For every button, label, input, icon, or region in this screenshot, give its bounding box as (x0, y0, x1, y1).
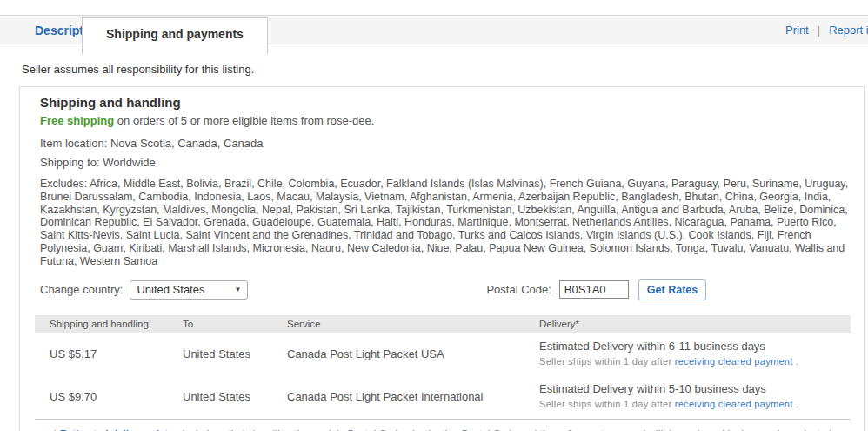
shipping-panel: Shipping and handling Free shipping on o… (19, 86, 865, 431)
tab-shipping-and-payments[interactable]: Shipping and payments (82, 17, 268, 54)
shipping-cost: US $9.70 (50, 382, 183, 409)
free-shipping-label: Free shipping (40, 114, 114, 127)
cleared-payment-link[interactable]: receiving cleared payment (675, 356, 793, 367)
shipping-table: Shipping and handling To Service Deliver… (35, 315, 851, 420)
footnote-asterisk: * (53, 428, 60, 431)
print-link[interactable]: Print (785, 24, 809, 37)
delivery-cell: Estimated Delivery within 5-10 business … (539, 382, 851, 409)
chevron-down-icon: ▼ (234, 286, 241, 293)
free-shipping-line: Free shipping on orders of 5 or more eli… (40, 114, 864, 127)
service-name: Canada Post Light Packet USA (287, 340, 539, 367)
delivery-estimate: Estimated Delivery within 5-10 business … (539, 382, 851, 395)
estimated-delivery-dates-link[interactable]: Estimated delivery dates (60, 428, 179, 431)
seller-ships-note: Seller ships within 1 day after receivin… (539, 356, 851, 367)
change-country-label: Change country: (40, 283, 123, 296)
report-item-link[interactable]: Report it (829, 24, 868, 37)
service-name: Canada Post Light Packet International (287, 382, 539, 409)
cleared-payment-link[interactable]: receiving cleared payment (675, 399, 793, 409)
delivery-footnote: * Estimated delivery dates include selle… (53, 420, 840, 431)
link-separator: | (818, 24, 820, 37)
get-rates-button[interactable]: Get Rates (638, 279, 706, 300)
col-delivery: Delivery* (539, 319, 851, 329)
item-location: Item location: Nova Scotia, Canada, Cana… (40, 137, 864, 150)
col-service: Service (287, 319, 539, 329)
table-row: US $5.17 United States Canada Post Light… (35, 333, 851, 376)
seller-ships-note: Seller ships within 1 day after receivin… (539, 399, 851, 409)
postal-code-input[interactable] (559, 280, 629, 299)
free-shipping-text: on orders of 5 or more eligible items fr… (114, 114, 374, 127)
delivery-estimate: Estimated Delivery within 6-11 business … (539, 340, 851, 353)
excludes-list: Excludes: Africa, Middle East, Bolivia, … (40, 178, 851, 268)
rate-controls: Change country: United States ▼ Postal C… (40, 279, 864, 300)
ship-to: United States (183, 382, 287, 409)
shipping-cost: US $5.17 (50, 340, 183, 367)
col-to: To (183, 319, 287, 329)
ship-to: United States (183, 340, 287, 367)
col-shipping-and-handling: Shipping and handling (50, 319, 183, 329)
country-select-value: United States (137, 283, 204, 296)
panel-title: Shipping and handling (40, 95, 864, 110)
postal-code-label: Postal Code: (486, 283, 551, 296)
header-links: Print|Report it (785, 16, 868, 45)
table-row: US $9.70 United States Canada Post Light… (35, 376, 851, 420)
delivery-cell: Estimated Delivery within 6-11 business … (539, 340, 851, 367)
table-header-row: Shipping and handling To Service Deliver… (35, 315, 851, 333)
seller-disclaimer: Seller assumes all responsibility for th… (22, 63, 868, 76)
country-select[interactable]: United States ▼ (130, 280, 248, 300)
tab-strip: Description Shipping and payments Print|… (0, 15, 868, 44)
shipping-to: Shipping to: Worldwide (40, 156, 864, 169)
